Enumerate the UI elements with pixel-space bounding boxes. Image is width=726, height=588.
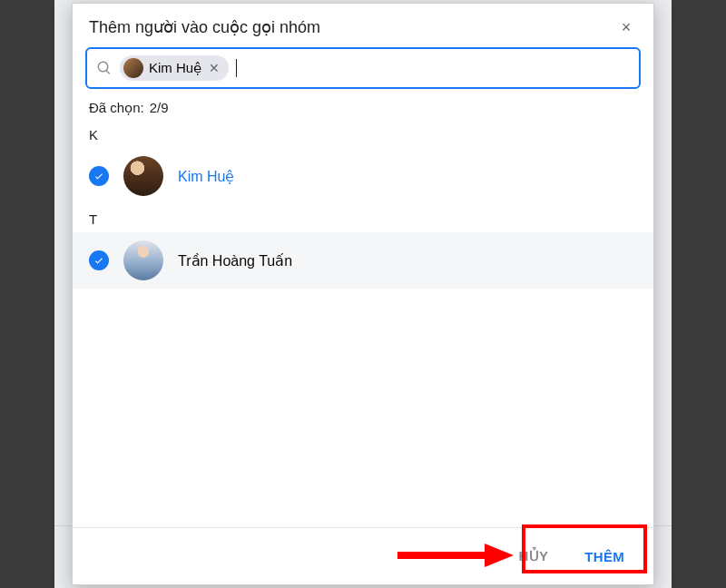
selection-count: Đã chọn: 2/9 — [73, 89, 653, 120]
contact-avatar — [123, 240, 163, 280]
text-cursor — [236, 59, 237, 77]
checkbox-checked-icon[interactable] — [89, 250, 109, 270]
search-input[interactable] — [244, 61, 630, 76]
dialog-footer: HỦY THÊM — [73, 527, 653, 584]
dialog-header: Thêm người vào cuộc gọi nhóm × — [73, 4, 653, 47]
selection-label: Đã chọn: — [89, 100, 144, 116]
search-area: Kim Huệ ✕ — [73, 47, 653, 89]
selected-chip: Kim Huệ ✕ — [120, 55, 229, 81]
contact-name: Kim Huệ — [178, 168, 234, 185]
close-button[interactable]: × — [615, 16, 637, 38]
close-icon: × — [622, 18, 632, 37]
add-button[interactable]: THÊM — [572, 542, 637, 572]
section-header: T — [73, 204, 653, 232]
cancel-button[interactable]: HỦY — [506, 541, 562, 572]
contact-row[interactable]: Trần Hoàng Tuấn — [73, 232, 653, 289]
chip-name: Kim Huệ — [149, 60, 201, 76]
add-people-dialog: Thêm người vào cuộc gọi nhóm × Kim Huệ ✕… — [72, 3, 654, 585]
contact-list: K Kim Huệ T Trần Hoàng Tuấn — [73, 120, 653, 527]
checkbox-checked-icon[interactable] — [89, 166, 109, 186]
selection-value: 2/9 — [150, 100, 169, 116]
section-header: K — [73, 120, 653, 148]
chip-avatar — [123, 58, 143, 78]
search-icon — [96, 60, 113, 76]
search-box[interactable]: Kim Huệ ✕ — [85, 47, 641, 89]
dialog-title: Thêm người vào cuộc gọi nhóm — [89, 17, 320, 37]
contact-avatar — [123, 156, 163, 196]
chip-remove-button[interactable]: ✕ — [207, 61, 221, 75]
contact-name: Trần Hoàng Tuấn — [178, 252, 292, 270]
contact-row[interactable]: Kim Huệ — [73, 148, 653, 204]
